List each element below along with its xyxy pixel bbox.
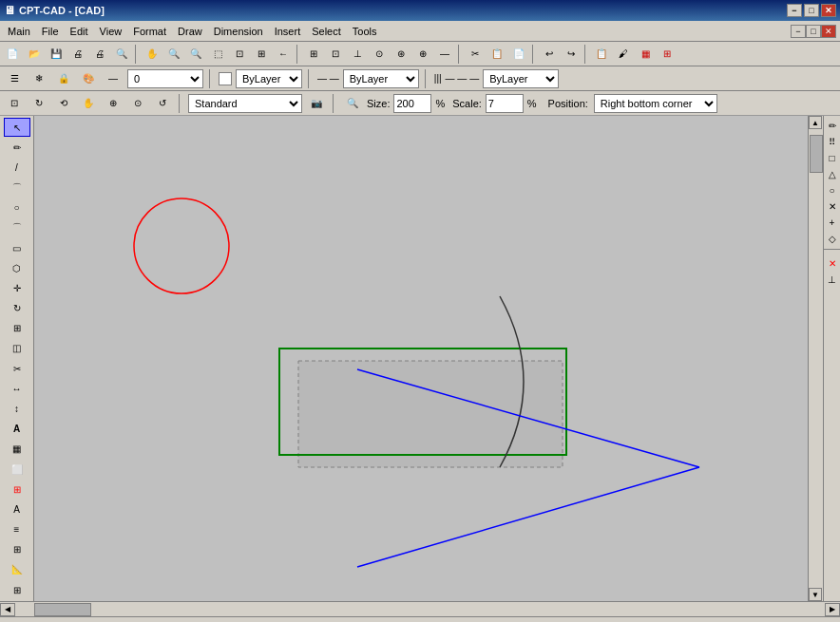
- h-scroll-left[interactable]: ◀: [0, 603, 15, 616]
- open-button[interactable]: 📂: [24, 44, 45, 65]
- orbit-icon[interactable]: ↺: [152, 93, 173, 114]
- size-input[interactable]: [393, 94, 431, 113]
- matchprop-button[interactable]: 🖌: [613, 44, 634, 65]
- scale-input[interactable]: [486, 94, 524, 113]
- hatch2-button[interactable]: ⊞: [657, 44, 678, 65]
- zoom-prev-button[interactable]: ←: [273, 44, 294, 65]
- print-setup-button[interactable]: 🖨: [67, 44, 88, 65]
- menu-format[interactable]: Format: [127, 24, 172, 39]
- minimize-button[interactable]: −: [787, 4, 802, 17]
- red-circle[interactable]: [134, 198, 229, 293]
- inner-close-button[interactable]: ✕: [821, 25, 836, 38]
- pan-view-icon[interactable]: ✋: [78, 93, 99, 114]
- canvas-area[interactable]: ▲ ▼: [34, 116, 823, 601]
- color-select[interactable]: ByLayer: [236, 69, 302, 88]
- zoom-in-button[interactable]: 🔍: [163, 44, 184, 65]
- snap-magnet-button[interactable]: ⊥: [826, 273, 839, 286]
- snap-diamond-button[interactable]: ◇: [826, 232, 839, 245]
- snap-button[interactable]: ⊡: [325, 44, 346, 65]
- select-tool-button[interactable]: ↖: [4, 118, 30, 137]
- lineweight-select[interactable]: ByLayer: [483, 69, 559, 88]
- snap-settings-icon[interactable]: ⊡: [4, 93, 25, 114]
- polyline-tool-button[interactable]: ⌒: [4, 179, 30, 198]
- polar-button[interactable]: ⊙: [369, 44, 390, 65]
- snap-plus-button[interactable]: +: [826, 216, 839, 229]
- snap-pencil-button[interactable]: ✏: [826, 119, 839, 132]
- v-scrollbar[interactable]: ▲ ▼: [808, 116, 823, 601]
- save-button[interactable]: 💾: [46, 44, 67, 65]
- paste-button[interactable]: 📄: [508, 44, 529, 65]
- move-tool-button[interactable]: ✛: [4, 278, 30, 297]
- position-select[interactable]: Right bottom corner: [594, 94, 717, 113]
- snap-x-button[interactable]: ✕: [826, 199, 839, 213]
- inner-maximize-button[interactable]: □: [806, 25, 821, 38]
- grid-snap-button[interactable]: ⊞: [4, 580, 30, 599]
- menu-tools[interactable]: Tools: [347, 24, 383, 39]
- zoom-all-button[interactable]: ⊞: [251, 44, 272, 65]
- rotate-tool-button[interactable]: ↻: [4, 299, 30, 318]
- h-scrollbar-track[interactable]: [15, 603, 825, 616]
- layer-select[interactable]: 0: [127, 69, 203, 88]
- print-button[interactable]: 🖨: [89, 44, 110, 65]
- copy-button[interactable]: 📋: [487, 44, 507, 65]
- menu-view[interactable]: View: [94, 24, 128, 39]
- hatch-tool-button[interactable]: ▦: [4, 440, 30, 459]
- fill-button[interactable]: ▦: [635, 44, 656, 65]
- snap-square-button[interactable]: □: [826, 151, 839, 164]
- mtext-tool-button[interactable]: A: [4, 499, 30, 518]
- restore-view-icon[interactable]: ⟲: [53, 93, 74, 114]
- zoom-window-button[interactable]: ⬚: [207, 44, 228, 65]
- undo-button[interactable]: ↩: [539, 44, 560, 65]
- v-scroll-thumb[interactable]: [810, 135, 823, 173]
- menu-draw[interactable]: Draw: [172, 24, 208, 39]
- v-scroll-down[interactable]: ▼: [809, 588, 822, 601]
- cut-button[interactable]: ✂: [465, 44, 486, 65]
- menu-dimension[interactable]: Dimension: [208, 24, 269, 39]
- menu-select[interactable]: Select: [306, 24, 347, 39]
- properties-button[interactable]: 📋: [591, 44, 612, 65]
- polygon-tool-button[interactable]: ⬡: [4, 258, 30, 277]
- table-tool-button[interactable]: ⊞: [4, 540, 30, 559]
- redo-button[interactable]: ↪: [561, 44, 582, 65]
- arc-tool-button[interactable]: ⌒: [4, 218, 30, 237]
- snap-circle-button[interactable]: ○: [826, 183, 839, 197]
- h-scroll-right[interactable]: ▶: [825, 603, 840, 616]
- zoom-out-button[interactable]: 🔍: [185, 44, 206, 65]
- snap-dots-button[interactable]: ⠿: [826, 135, 839, 148]
- scale-tool-button[interactable]: ⊞: [4, 319, 30, 338]
- linetype-select[interactable]: ByLayer: [343, 69, 419, 88]
- rectangle-tool-button[interactable]: ▭: [4, 238, 30, 257]
- ucs2-icon[interactable]: ⊙: [127, 93, 148, 114]
- pan-button[interactable]: ✋: [142, 44, 162, 65]
- ortho-button[interactable]: ⊥: [347, 44, 368, 65]
- menu-edit[interactable]: Edit: [65, 24, 94, 39]
- measure-tool-button[interactable]: 📐: [4, 560, 30, 579]
- circle-tool-button[interactable]: ○: [4, 198, 30, 217]
- preview-button[interactable]: 🔍: [111, 44, 132, 65]
- inner-minimize-button[interactable]: −: [791, 25, 806, 38]
- line-tool-button[interactable]: /: [4, 158, 30, 177]
- lineweight-button[interactable]: —: [434, 44, 455, 65]
- v-scroll-up[interactable]: ▲: [809, 116, 822, 129]
- menu-file[interactable]: File: [36, 24, 65, 39]
- zoom-extents-button[interactable]: ⊡: [229, 44, 250, 65]
- camera-icon[interactable]: 📷: [306, 93, 327, 114]
- otrack-button[interactable]: ⊕: [412, 44, 433, 65]
- menu-insert[interactable]: Insert: [269, 24, 307, 39]
- maximize-button[interactable]: □: [804, 4, 819, 17]
- leader-tool-button[interactable]: ≡: [4, 519, 30, 538]
- view-preset-select[interactable]: Standard: [188, 94, 302, 113]
- h-scroll-thumb[interactable]: [34, 603, 91, 616]
- block-tool-button[interactable]: ⊞: [4, 480, 30, 499]
- new-button[interactable]: 📄: [2, 44, 23, 65]
- snap-delete-button[interactable]: ✕: [826, 256, 839, 270]
- snap-triangle-button[interactable]: △: [826, 167, 839, 180]
- trim-tool-button[interactable]: ✂: [4, 359, 30, 378]
- pencil-tool-button[interactable]: ✏: [4, 138, 30, 157]
- text-tool-button[interactable]: A: [4, 420, 30, 439]
- osnap-button[interactable]: ⊛: [391, 44, 411, 65]
- grid-button[interactable]: ⊞: [303, 44, 324, 65]
- ucs-icon[interactable]: ⊕: [103, 93, 124, 114]
- mirror-tool-button[interactable]: ◫: [4, 339, 30, 358]
- extend-tool-button[interactable]: ↔: [4, 379, 30, 398]
